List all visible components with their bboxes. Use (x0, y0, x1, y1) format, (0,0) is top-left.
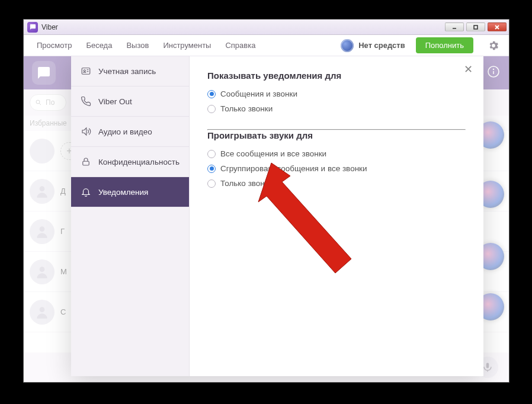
close-icon: ✕ (464, 63, 473, 76)
maximize-button[interactable] (466, 23, 485, 31)
contact-initial: Д (60, 187, 66, 195)
radio-icon (207, 165, 216, 173)
background-layer: По Избранные + Д Г М С (24, 56, 509, 382)
radio-label: Все сообщения и все звонки (220, 149, 326, 158)
avatar (30, 300, 55, 325)
sidebar-item-label: Учетная запись (98, 67, 156, 76)
svg-rect-1 (474, 25, 477, 29)
section-title: Показывать уведомления для (207, 70, 466, 81)
section-title: Проигрывать звуки для (207, 130, 466, 140)
sidebar-item-account[interactable]: Учетная запись (71, 56, 189, 86)
minimize-button[interactable] (445, 23, 464, 31)
section-play-sounds: Проигрывать звуки для Все сообщения и вс… (207, 130, 466, 191)
gear-icon (488, 40, 499, 52)
menu-bar: Просмотр Беседа Вызов Инструменты Справк… (24, 35, 509, 56)
mic-icon (482, 362, 493, 373)
app-window: Viber Просмотр Беседа Вызов Инструменты … (23, 19, 509, 383)
settings-modal: Учетная запись Viber Out Аудио и видео К… (71, 56, 483, 376)
window-controls (445, 23, 507, 31)
svg-point-13 (40, 307, 45, 312)
viber-app-icon (27, 22, 38, 33)
svg-rect-14 (82, 68, 90, 75)
menu-call[interactable]: Вызов (119, 37, 156, 53)
section-show-notifications: Показывать уведомления для Сообщения и з… (207, 70, 466, 116)
svg-line-9 (39, 103, 41, 105)
sidebar-item-label: Viber Out (98, 97, 132, 106)
globe-icon (341, 39, 354, 52)
sidebar-item-privacy[interactable]: Конфиденциальность (71, 147, 189, 177)
svg-rect-18 (83, 161, 89, 165)
sidebar-item-label: Конфиденциальность (98, 158, 180, 166)
avatar[interactable] (30, 139, 55, 163)
sidebar-item-label: Аудио и видео (98, 127, 152, 136)
info-icon[interactable] (486, 65, 501, 81)
menu-tools[interactable]: Инструменты (156, 37, 218, 53)
chats-icon[interactable] (32, 61, 56, 85)
title-bar: Viber (24, 20, 509, 35)
avatar (30, 219, 55, 244)
svg-point-7 (493, 69, 494, 70)
window-title: Viber (41, 23, 445, 31)
radio-label: Только звонки (220, 179, 273, 188)
radio-icon (207, 105, 216, 113)
menu-view[interactable]: Просмотр (30, 37, 79, 53)
speaker-icon (81, 126, 91, 137)
search-input[interactable]: По (30, 94, 66, 111)
svg-point-11 (40, 226, 45, 232)
sidebar-item-audiovideo[interactable]: Аудио и видео (71, 117, 189, 147)
close-button[interactable] (488, 23, 507, 31)
svg-point-10 (40, 186, 45, 191)
contact-initial: М (60, 267, 67, 276)
avatar (30, 259, 55, 284)
search-icon (35, 99, 42, 106)
radio-all-messages-calls[interactable]: Все сообщения и все звонки (207, 146, 466, 161)
topup-button[interactable]: Пополнить (416, 37, 473, 53)
radio-calls-only[interactable]: Только звонки (207, 101, 466, 116)
settings-gear-button[interactable] (484, 36, 503, 55)
radio-grouped-messages-calls[interactable]: Сгруппирован. сообщения и все звонки (207, 161, 466, 176)
bell-icon (81, 187, 91, 197)
avatar (30, 179, 55, 204)
balance-area: Нет средств Пополнить (341, 36, 503, 55)
radio-label: Только звонки (220, 104, 273, 113)
contact-initial: Г (60, 227, 65, 236)
contact-initial: С (60, 307, 66, 316)
menu-help[interactable]: Справка (218, 37, 262, 53)
lock-icon (81, 156, 91, 167)
menu-chat[interactable]: Беседа (79, 37, 119, 53)
settings-sidebar: Учетная запись Viber Out Аудио и видео К… (71, 56, 190, 376)
radio-sounds-calls-only[interactable]: Только звонки (207, 176, 466, 191)
phone-out-icon (81, 96, 91, 107)
search-placeholder: По (46, 98, 55, 107)
svg-point-12 (40, 267, 45, 272)
radio-icon (207, 179, 216, 188)
close-modal-button[interactable]: ✕ (461, 62, 475, 76)
radio-messages-and-calls[interactable]: Сообщения и звонки (207, 86, 466, 101)
sidebar-item-label: Уведомления (98, 188, 148, 197)
svg-point-15 (84, 70, 85, 72)
svg-point-8 (36, 100, 40, 104)
balance-label: Нет средств (358, 41, 405, 50)
radio-icon (207, 90, 216, 98)
svg-point-5 (488, 66, 499, 77)
radio-icon (207, 150, 216, 158)
radio-label: Сообщения и звонки (220, 89, 297, 98)
settings-body: ✕ Показывать уведомления для Сообщения и… (190, 56, 483, 376)
sidebar-item-notifications[interactable]: Уведомления (71, 177, 189, 207)
sidebar-item-viberout[interactable]: Viber Out (71, 86, 189, 117)
id-card-icon (81, 66, 91, 76)
radio-label: Сгруппирован. сообщения и все звонки (220, 164, 367, 173)
